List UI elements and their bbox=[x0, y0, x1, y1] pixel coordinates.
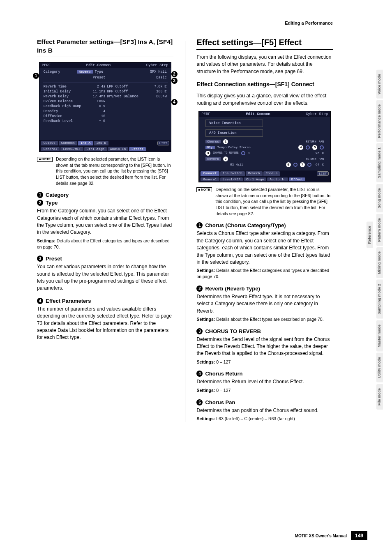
ss-param-label2 bbox=[107, 109, 145, 113]
side-tab-performance[interactable]: Performance mode bbox=[376, 100, 383, 142]
ss-param-label2: HPF Cutoff bbox=[107, 90, 145, 94]
ss2-reverb-return-knob[interactable] bbox=[293, 163, 297, 167]
side-tab-reference[interactable]: Reference bbox=[367, 222, 373, 248]
r-param1-title: Chorus (Chorus Category/Type) bbox=[205, 222, 286, 228]
side-tab-voice[interactable]: Voice mode bbox=[376, 70, 383, 99]
r-param3-title: CHORUS TO REVERB bbox=[205, 328, 261, 334]
ss2-ftab-levelmef[interactable]: Level/MEF bbox=[220, 177, 243, 181]
ss-param-label2 bbox=[107, 104, 145, 108]
ss-param-value2[interactable]: 180Hz bbox=[147, 90, 167, 94]
ss2-tab-chorus[interactable]: Chorus bbox=[263, 171, 280, 176]
callout-1: 1 bbox=[33, 73, 39, 79]
ss-ftab-levelmef[interactable]: Level/MEF bbox=[60, 147, 83, 151]
r-param5-title: Chorus Pan bbox=[205, 399, 235, 405]
ss-ftab-audioin[interactable]: Audio In bbox=[108, 147, 128, 151]
ss2-send-knob[interactable] bbox=[241, 151, 245, 155]
ss-param-value2[interactable] bbox=[147, 104, 167, 108]
callout-4: 4 bbox=[171, 99, 178, 105]
ss-tab-output[interactable]: Output bbox=[41, 141, 58, 145]
ss-tab-ins-b[interactable]: Ins B bbox=[94, 141, 108, 145]
ss-param-label: Feedback Level bbox=[44, 119, 84, 123]
side-tab-file[interactable]: File mode bbox=[376, 384, 383, 410]
ss-tabs-f: General Level/MEF Ctrl Asgn Audio In Eff… bbox=[39, 146, 171, 152]
ss2-tab-connect[interactable]: Connect bbox=[201, 171, 219, 176]
ss2-list-button[interactable]: LIST bbox=[317, 171, 329, 176]
note-icon: NOTE bbox=[37, 157, 53, 162]
param-preset-body: You can set various parameters in order … bbox=[37, 263, 173, 292]
ss2-callout-5: 5 bbox=[312, 145, 317, 150]
ss-param-value2[interactable]: 7.0kHz bbox=[147, 85, 167, 89]
ss-param-label: Initial Delay bbox=[44, 90, 84, 94]
ss2-callout-7: 7 bbox=[300, 162, 305, 167]
ss-list-button[interactable]: LIST bbox=[157, 141, 169, 145]
r-param5-settings: L63 (far left) – C (center) – R63 (far r… bbox=[216, 416, 295, 421]
ss2-tab-reverb[interactable]: Reverb bbox=[246, 171, 263, 176]
screenshot-ins: PERF Edit·Common Cyber Step Category Rev… bbox=[39, 62, 171, 152]
ss-param-label: ER/Rev Balance bbox=[44, 99, 84, 104]
ss2-ftab-effect[interactable]: Effect bbox=[289, 177, 306, 181]
ss2-voice-insertion: Voice Insertion bbox=[205, 120, 263, 127]
ss-param-value2[interactable] bbox=[147, 119, 167, 123]
ss2-reverb-pan-knob[interactable] bbox=[307, 163, 311, 167]
ss2-chorus-cat[interactable]: Dly bbox=[205, 146, 215, 149]
side-tab-sampling2[interactable]: Sampling mode 2 bbox=[376, 280, 383, 319]
side-tab-utility[interactable]: Utility mode bbox=[376, 353, 383, 382]
ss2-chorus-pan-knob[interactable] bbox=[320, 145, 324, 150]
ss2-ftab-audioin[interactable]: Audio In bbox=[267, 177, 288, 181]
ss2-tab-insswitch[interactable]: Ins Switch bbox=[220, 171, 245, 176]
r-param4-body: Determines the Return level of the Choru… bbox=[196, 378, 333, 385]
ss-param-value[interactable]: 0.9 bbox=[86, 104, 106, 108]
screenshot-ins-wrap: 1 2 3 4 PERF Edit·Common Cyber Step Cate… bbox=[37, 62, 173, 152]
side-tab-master[interactable]: Master mode bbox=[376, 320, 383, 352]
ss2-pan-label-1: PAN bbox=[319, 140, 324, 143]
r-param2-body: Determines the Reverb Effect type. It is… bbox=[196, 293, 333, 315]
ss-param-row: Reverb Time2.4sLPF Cutoff7.0kHz bbox=[39, 84, 171, 89]
ss-param-label2 bbox=[107, 114, 145, 118]
ss-param-label: Density bbox=[44, 109, 84, 113]
ss-tab-ins-a[interactable]: Ins A bbox=[78, 141, 93, 145]
ss2-pan-label-2: PAN bbox=[319, 157, 324, 161]
ss2-pan2: C bbox=[322, 163, 324, 166]
ss-param-value[interactable]: 2.4s bbox=[86, 85, 106, 89]
settings-label-r4: Settings: bbox=[196, 388, 215, 393]
side-tab-sampling1[interactable]: Sampling mode 1 bbox=[376, 143, 383, 182]
r-param1-settings: Details about the Effect categories and … bbox=[196, 268, 329, 279]
ss-param-value[interactable]: E8>R bbox=[86, 99, 106, 104]
ss2-chorus-return-knob[interactable] bbox=[306, 145, 310, 150]
ss-ftab-general[interactable]: General bbox=[41, 147, 60, 151]
ss-param-value[interactable]: + 0 bbox=[86, 119, 106, 123]
side-tab-mixing[interactable]: Mixing mode bbox=[376, 247, 383, 278]
ss-param-value[interactable]: 11.1ms bbox=[86, 90, 106, 94]
ss-tab-connect[interactable]: Connect bbox=[59, 141, 78, 145]
ss2-ftab-general[interactable]: General bbox=[201, 177, 219, 181]
param-effectparams-body: The number of parameters and values avai… bbox=[37, 306, 173, 341]
ss-param-value2[interactable] bbox=[147, 99, 167, 104]
bullet-4: 4 bbox=[37, 298, 43, 304]
ss2-ftab-ctrlasgn[interactable]: Ctrl Asgn bbox=[244, 177, 266, 181]
ss-ftab-effect[interactable]: Effect bbox=[129, 147, 146, 151]
ss-param-label2 bbox=[107, 119, 145, 123]
screenshot-connect: PERF Edit·Common Cyber Step Voice Insert… bbox=[198, 111, 331, 182]
side-tab-pattern[interactable]: Pattern mode bbox=[376, 214, 383, 246]
param-category-type-body: From the Category column, you can select… bbox=[37, 207, 173, 236]
ss-category-dropdown[interactable]: Reverb bbox=[77, 70, 93, 74]
ss-param-label2: Dry/Wet Balance bbox=[107, 94, 145, 99]
ss-preset-value: Basic bbox=[156, 76, 167, 80]
ss-param-label: Diffusion bbox=[44, 114, 84, 118]
left-column: Effect Parameter settings—[SF3] Ins A, [… bbox=[37, 38, 173, 422]
settings-label-r5: Settings: bbox=[196, 416, 215, 421]
ss-param-value[interactable]: 4 bbox=[86, 109, 106, 113]
ss-param-value2[interactable] bbox=[147, 109, 167, 113]
ss-param-value[interactable]: 10 bbox=[86, 114, 106, 118]
param-type-title: Type bbox=[46, 200, 58, 206]
ss2-return-label-1: RETURN bbox=[306, 140, 316, 143]
ss-ftab-ctrlasgn[interactable]: Ctrl Asgn bbox=[84, 147, 107, 151]
ss-param-value[interactable]: 17.4ms bbox=[86, 94, 106, 99]
ss-param-value2[interactable]: D63>W bbox=[147, 94, 167, 99]
ss2-send-val: 0 bbox=[248, 151, 250, 155]
ss2-send-label: CHORUS TO REVERB bbox=[213, 152, 238, 154]
ss-param-value2[interactable] bbox=[147, 114, 167, 118]
ss-category-label: Category bbox=[44, 70, 76, 74]
side-tab-song[interactable]: Song mode bbox=[376, 184, 383, 212]
ss2-ad-insertion: A/D Insertion bbox=[205, 129, 263, 137]
